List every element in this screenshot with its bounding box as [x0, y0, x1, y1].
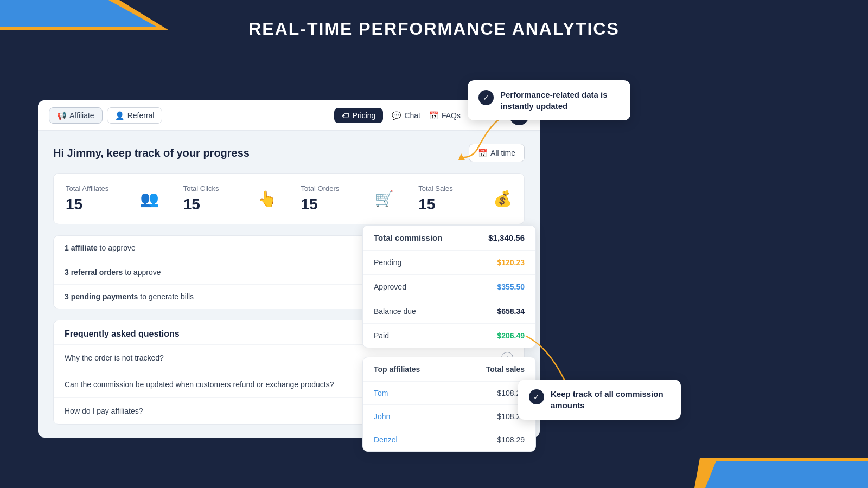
tooltip-bottom-check-icon: ✓: [529, 389, 544, 404]
nav-pricing-label: Pricing: [353, 111, 376, 120]
nav-affiliate-button[interactable]: 📢 Affiliate: [49, 107, 103, 124]
faq-question-1: Why the order is not tracked?: [65, 354, 164, 362]
nav-chat-label: Chat: [404, 111, 420, 120]
stat-total-orders: Total Orders 15 🛒: [289, 174, 407, 224]
faq-question-2: Can the commission be updated when custo…: [65, 380, 334, 389]
affiliate-name-john[interactable]: John: [374, 412, 390, 421]
nav-left: 📢 Affiliate 👤 Referral: [49, 107, 330, 124]
tag-icon: 🏷: [342, 111, 349, 120]
stat-sales-label: Total Sales: [418, 184, 453, 192]
affiliate-sales-denzel: $108.29: [497, 435, 525, 444]
tooltip-check-icon: ✓: [478, 90, 494, 105]
content-header: Hi Jimmy, keep track of your progress 📅 …: [53, 144, 525, 162]
commission-approved-label: Approved: [374, 282, 406, 291]
affiliates-panel: Top affiliates Total sales Tom $108.29 J…: [362, 357, 536, 452]
commission-pending-label: Pending: [374, 258, 401, 267]
commission-panel: Total commission $1,340.56 Pending $120.…: [362, 225, 536, 348]
greeting: Hi Jimmy, keep track of your progress: [53, 147, 250, 159]
action-affiliate-text: 1 affiliate to approve: [65, 243, 136, 252]
megaphone-icon: 📢: [57, 111, 66, 120]
commission-pending-row: Pending $120.23: [363, 251, 535, 275]
corner-decoration-bottom-right-blue: [705, 461, 868, 488]
users-icon: 👥: [140, 190, 159, 208]
affiliate-name-tom[interactable]: Tom: [374, 389, 388, 397]
nav-referral-label: Referral: [127, 111, 155, 120]
stat-clicks-value: 15: [183, 196, 219, 213]
stat-total-affiliates: Total Affiliates 15 👥: [54, 174, 171, 224]
faq-question-3: How do I pay affiliates?: [65, 407, 143, 415]
action-payments-text: 3 pending payments to generate bills: [65, 292, 194, 301]
affiliates-header: Top affiliates Total sales: [363, 357, 535, 382]
affiliate-row-denzel: Denzel $108.29: [363, 428, 535, 451]
stat-affiliates-value: 15: [66, 196, 108, 213]
affiliates-col1-label: Top affiliates: [374, 365, 420, 374]
calendar-icon: 📅: [429, 111, 438, 120]
commission-paid-row: Paid $206.49: [363, 324, 535, 348]
tooltip-top: ✓ Performance-related data is instantly …: [468, 80, 630, 120]
commission-approved-row: Approved $355.50: [363, 275, 535, 299]
commission-balance-row: Balance due $658.34: [363, 299, 535, 324]
stat-total-clicks: Total Clicks 15 👆: [171, 174, 289, 224]
affiliate-name-denzel[interactable]: Denzel: [374, 435, 398, 444]
stat-orders-label: Total Orders: [301, 184, 340, 192]
stat-total-sales: Total Sales 15 💰: [406, 174, 524, 224]
commission-approved-value: $355.50: [497, 282, 525, 291]
stat-affiliates-label: Total Affiliates: [66, 184, 108, 192]
affiliate-row-john: John $108.29: [363, 405, 535, 428]
affiliate-row-tom: Tom $108.29: [363, 382, 535, 405]
arrow-top: [456, 117, 505, 160]
cursor-icon: 👆: [258, 190, 277, 208]
tooltip-bottom: ✓ Keep track of all commission amounts: [518, 380, 681, 420]
stat-orders-value: 15: [301, 196, 340, 213]
person-icon: 👤: [115, 111, 124, 120]
nav-affiliate-label: Affiliate: [69, 111, 94, 120]
cart-icon: 🛒: [375, 190, 394, 208]
tooltip-bottom-text: Keep track of all commission amounts: [551, 388, 670, 411]
coins-icon: 💰: [493, 190, 512, 208]
nav-chat-link[interactable]: 💬 Chat: [392, 111, 420, 120]
commission-total-row: Total commission $1,340.56: [363, 226, 535, 251]
commission-balance-label: Balance due: [374, 307, 416, 316]
affiliates-col2-label: Total sales: [486, 365, 525, 374]
page-title: REAL-TIME PERFORMANCE ANALYTICS: [0, 19, 868, 39]
stat-sales-value: 15: [418, 196, 453, 213]
nav-referral-button[interactable]: 👤 Referral: [107, 107, 163, 124]
commission-total-label: Total commission: [374, 233, 442, 242]
stats-row: Total Affiliates 15 👥 Total Clicks 15 👆 …: [53, 173, 525, 224]
stat-clicks-label: Total Clicks: [183, 184, 219, 192]
commission-pending-value: $120.23: [497, 258, 525, 267]
chat-icon: 💬: [392, 111, 401, 120]
nav-pricing-link[interactable]: 🏷 Pricing: [334, 108, 384, 123]
commission-total-value: $1,340.56: [488, 233, 525, 242]
commission-paid-label: Paid: [374, 331, 389, 340]
commission-balance-value: $658.34: [497, 307, 525, 316]
action-referral-text: 3 referral orders to approve: [65, 268, 161, 277]
tooltip-top-text: Performance-related data is instantly up…: [500, 89, 620, 112]
